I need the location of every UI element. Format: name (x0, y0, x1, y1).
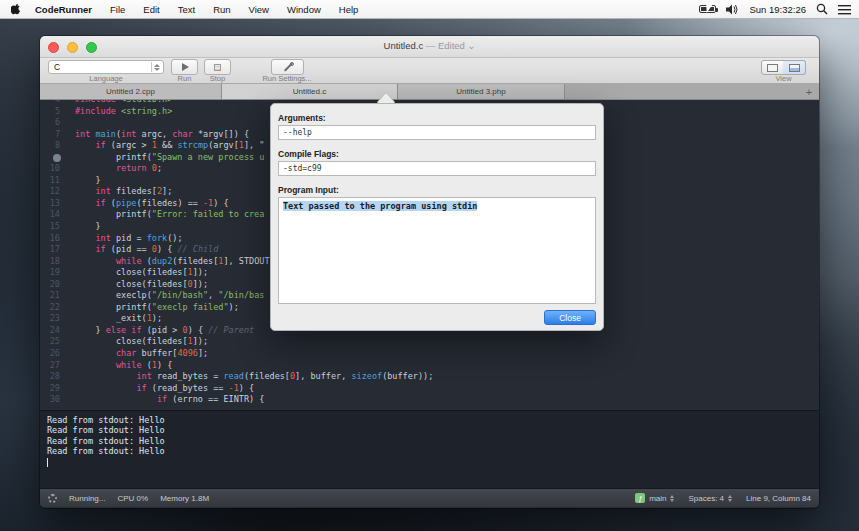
code-line-30[interactable]: 30 if (errno == EINTR) { (40, 394, 819, 406)
apple-menu-icon[interactable] (8, 3, 26, 16)
code-text: int pid = fork(); (70, 233, 183, 245)
tab-bar-empty-area (565, 84, 799, 99)
code-line-28[interactable]: 28 int read_bytes = read(filedes[0], buf… (40, 371, 819, 383)
function-scope-icon: ƒ (635, 493, 645, 503)
line-number: 14 (40, 209, 70, 221)
code-text: while (1) { (70, 360, 172, 372)
play-icon (182, 63, 189, 71)
close-button[interactable]: Close (544, 310, 596, 325)
console-line: Read from stdout: Hello (47, 446, 819, 456)
code-line-29[interactable]: 29 if (read_bytes == -1) { (40, 383, 819, 395)
code-line-27[interactable]: 27 while (1) { (40, 360, 819, 372)
new-tab-button[interactable]: + (799, 84, 819, 99)
line-number: 20 (40, 279, 70, 291)
language-select[interactable]: C (48, 60, 164, 74)
line-number: 12 (40, 186, 70, 198)
run-settings-button[interactable] (271, 59, 304, 75)
line-number: 5 (40, 106, 70, 118)
code-line-26[interactable]: 26 char buffer[4096]; (40, 348, 819, 360)
code-text: return 0; (70, 163, 162, 175)
code-text: } else if (pid > 0) { // Parent (70, 325, 254, 337)
running-spinner-icon (48, 494, 57, 503)
arguments-label: Arguments: (278, 113, 326, 123)
spaces-value: Spaces: 4 (688, 494, 724, 503)
line-number: 10 (40, 163, 70, 175)
menu-app-name[interactable]: CodeRunner (26, 4, 101, 15)
menu-item-view[interactable]: View (240, 4, 278, 15)
line-badge-icon[interactable] (53, 154, 61, 162)
code-text: if (argc > 1 && strcmp(argv[1], " (70, 140, 264, 152)
scope-value: main (649, 494, 666, 503)
cursor-position[interactable]: Line 9, Column 84 (746, 494, 811, 503)
stop-icon (214, 64, 221, 71)
menu-clock[interactable]: Sun 19:32:26 (749, 4, 806, 15)
code-text: } (70, 221, 101, 233)
run-settings-popover: Arguments: --help Compile Flags: -std=c9… (270, 103, 604, 331)
apple-logo-icon (11, 3, 23, 16)
notification-center-icon[interactable] (838, 4, 851, 15)
toolbar: C Language Run Stop Run Settings... View (40, 58, 819, 84)
view-label: View (761, 74, 806, 83)
program-input-label: Program Input: (278, 185, 339, 195)
console-line: Read from stdout: Hello (47, 415, 819, 425)
title-bar[interactable]: Untitled.c — Edited ⌄ (40, 36, 819, 58)
memory-usage: Memory 1.8M (160, 494, 209, 503)
tab-untitled-2-cpp[interactable]: Untitled 2.cpp (40, 84, 222, 99)
console-line: Read from stdout: Hello (47, 425, 819, 435)
stop-label: Stop (204, 74, 231, 83)
compile-flags-label: Compile Flags: (278, 149, 339, 159)
desktop: CodeRunner FileEditTextRunViewWindowHelp… (0, 0, 859, 531)
menu-item-run[interactable]: Run (204, 4, 239, 15)
spotlight-icon[interactable] (816, 3, 828, 15)
battery-icon[interactable] (699, 5, 716, 13)
running-status: Running... (69, 494, 105, 503)
line-number: 23 (40, 313, 70, 325)
volume-icon[interactable] (726, 4, 739, 15)
menu-item-text[interactable]: Text (169, 4, 204, 15)
program-input-textarea[interactable]: Text passed to the program using stdin (278, 197, 596, 304)
code-text: if (read_bytes == -1) { (70, 383, 254, 395)
arguments-input[interactable]: --help (278, 125, 596, 140)
tab-bar: Untitled 2.cppUntitled.cUntitled 3.php+ (40, 84, 819, 100)
code-text: _exit(1); (70, 313, 162, 325)
code-text: char buffer[4096]; (70, 348, 208, 360)
console-caret (47, 458, 48, 467)
code-line-25[interactable]: 25 close(filedes[1]); (40, 336, 819, 348)
close-button-label: Close (559, 313, 581, 323)
code-text: int filedes[2]; (70, 186, 172, 198)
view-split-console-button[interactable] (783, 60, 806, 75)
scope-popup[interactable]: ƒ main (635, 493, 674, 503)
menu-items: FileEditTextRunViewWindowHelp (101, 4, 367, 15)
document-title: Untitled.c (384, 40, 424, 51)
view-editor-only-button[interactable] (761, 60, 784, 75)
language-value: C (54, 62, 60, 72)
console-output[interactable]: Read from stdout: HelloRead from stdout:… (40, 410, 819, 488)
line-number (40, 152, 70, 164)
menu-item-file[interactable]: File (101, 4, 134, 15)
spaces-popup[interactable]: Spaces: 4 (688, 494, 732, 503)
menu-item-edit[interactable]: Edit (134, 4, 168, 15)
menu-bar: CodeRunner FileEditTextRunViewWindowHelp… (0, 0, 859, 19)
code-text: execlp("/bin/bash", "/bin/bas (70, 290, 264, 302)
line-number: 24 (40, 325, 70, 337)
line-number: 19 (40, 267, 70, 279)
run-settings-icon (282, 61, 294, 73)
edited-indicator[interactable]: — Edited ⌄ (423, 40, 475, 51)
line-number: 6 (40, 117, 70, 129)
line-number: 21 (40, 290, 70, 302)
compile-flags-value: -std=c99 (283, 164, 322, 173)
run-button[interactable] (171, 59, 198, 75)
tab-untitled-3-php[interactable]: Untitled 3.php (398, 84, 565, 99)
menu-item-window[interactable]: Window (278, 4, 330, 15)
code-text: } (70, 175, 101, 187)
line-number: 27 (40, 360, 70, 372)
menu-item-help[interactable]: Help (330, 4, 368, 15)
tab-untitled-c[interactable]: Untitled.c (222, 84, 398, 99)
stop-button[interactable] (204, 59, 231, 75)
code-text (70, 117, 75, 129)
code-text: close(filedes[1]); (70, 267, 208, 279)
language-stepper-icon (151, 62, 162, 72)
popover-arrow (377, 93, 395, 103)
compile-flags-input[interactable]: -std=c99 (278, 161, 596, 176)
run-label: Run (171, 74, 198, 83)
